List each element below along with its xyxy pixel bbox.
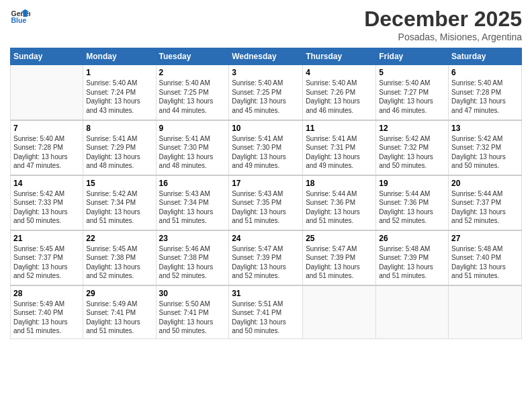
day-info: Sunrise: 5:40 AM Sunset: 7:24 PM Dayligh… xyxy=(86,79,152,115)
day-number: 26 xyxy=(379,234,445,243)
day-info: Sunrise: 5:43 AM Sunset: 7:34 PM Dayligh… xyxy=(159,189,226,226)
calendar-cell: 16Sunrise: 5:43 AM Sunset: 7:34 PM Dayli… xyxy=(156,175,229,230)
day-info: Sunrise: 5:40 AM Sunset: 7:26 PM Dayligh… xyxy=(306,79,373,115)
week-row-1: 1Sunrise: 5:40 AM Sunset: 7:24 PM Daylig… xyxy=(11,65,522,120)
calendar-cell xyxy=(303,285,376,339)
calendar-cell: 6Sunrise: 5:40 AM Sunset: 7:28 PM Daylig… xyxy=(449,65,522,120)
day-number: 5 xyxy=(379,68,445,77)
col-header-monday: Monday xyxy=(83,48,156,65)
calendar-cell: 28Sunrise: 5:49 AM Sunset: 7:40 PM Dayli… xyxy=(11,285,83,339)
calendar-cell: 20Sunrise: 5:44 AM Sunset: 7:37 PM Dayli… xyxy=(449,175,522,230)
week-row-5: 28Sunrise: 5:49 AM Sunset: 7:40 PM Dayli… xyxy=(11,285,522,339)
calendar-cell: 24Sunrise: 5:47 AM Sunset: 7:39 PM Dayli… xyxy=(229,230,303,285)
col-header-tuesday: Tuesday xyxy=(156,48,229,65)
day-number: 19 xyxy=(379,179,445,188)
calendar-cell: 8Sunrise: 5:41 AM Sunset: 7:29 PM Daylig… xyxy=(83,120,156,175)
page-title: December 2025 xyxy=(364,7,522,32)
day-number: 27 xyxy=(451,234,519,243)
calendar-cell: 2Sunrise: 5:40 AM Sunset: 7:25 PM Daylig… xyxy=(156,65,229,120)
day-number: 10 xyxy=(232,124,300,133)
calendar-cell: 14Sunrise: 5:42 AM Sunset: 7:33 PM Dayli… xyxy=(11,175,83,230)
calendar-cell: 7Sunrise: 5:40 AM Sunset: 7:28 PM Daylig… xyxy=(11,120,83,175)
calendar-cell: 26Sunrise: 5:48 AM Sunset: 7:39 PM Dayli… xyxy=(376,230,449,285)
day-info: Sunrise: 5:48 AM Sunset: 7:40 PM Dayligh… xyxy=(451,244,519,281)
day-number: 8 xyxy=(86,124,152,133)
day-number: 16 xyxy=(159,179,226,188)
calendar-cell: 22Sunrise: 5:45 AM Sunset: 7:38 PM Dayli… xyxy=(83,230,156,285)
calendar-cell: 11Sunrise: 5:41 AM Sunset: 7:31 PM Dayli… xyxy=(303,120,376,175)
calendar-cell: 31Sunrise: 5:51 AM Sunset: 7:41 PM Dayli… xyxy=(229,285,303,339)
day-info: Sunrise: 5:42 AM Sunset: 7:32 PM Dayligh… xyxy=(451,134,519,171)
calendar-cell: 23Sunrise: 5:46 AM Sunset: 7:38 PM Dayli… xyxy=(156,230,229,285)
day-number: 28 xyxy=(13,289,80,298)
day-number: 20 xyxy=(451,179,519,188)
day-info: Sunrise: 5:45 AM Sunset: 7:38 PM Dayligh… xyxy=(86,244,152,281)
page-subtitle: Posadas, Misiones, Argentina xyxy=(364,32,522,42)
calendar-cell xyxy=(449,285,522,339)
day-number: 30 xyxy=(159,289,226,298)
calendar-cell: 27Sunrise: 5:48 AM Sunset: 7:40 PM Dayli… xyxy=(449,230,522,285)
day-info: Sunrise: 5:43 AM Sunset: 7:35 PM Dayligh… xyxy=(232,189,300,226)
day-number: 24 xyxy=(232,234,300,243)
day-number: 6 xyxy=(451,68,519,77)
svg-text:Blue: Blue xyxy=(11,16,27,24)
logo-icon: General Blue xyxy=(10,7,30,27)
page-container: General Blue December 2025 Posadas, Misi… xyxy=(0,0,532,411)
day-number: 3 xyxy=(232,68,300,77)
calendar-cell: 29Sunrise: 5:49 AM Sunset: 7:41 PM Dayli… xyxy=(83,285,156,339)
title-block: December 2025 Posadas, Misiones, Argenti… xyxy=(364,7,522,42)
calendar-cell: 4Sunrise: 5:40 AM Sunset: 7:26 PM Daylig… xyxy=(303,65,376,120)
calendar-cell: 10Sunrise: 5:41 AM Sunset: 7:30 PM Dayli… xyxy=(229,120,303,175)
day-number: 12 xyxy=(379,124,445,133)
col-header-saturday: Saturday xyxy=(449,48,522,65)
day-info: Sunrise: 5:44 AM Sunset: 7:36 PM Dayligh… xyxy=(379,189,445,226)
day-info: Sunrise: 5:42 AM Sunset: 7:33 PM Dayligh… xyxy=(13,189,80,226)
day-info: Sunrise: 5:41 AM Sunset: 7:31 PM Dayligh… xyxy=(306,134,373,171)
col-header-thursday: Thursday xyxy=(303,48,376,65)
calendar-header-row: SundayMondayTuesdayWednesdayThursdayFrid… xyxy=(11,48,522,65)
day-number: 11 xyxy=(306,124,373,133)
day-number: 23 xyxy=(159,234,226,243)
day-number: 7 xyxy=(13,124,80,133)
calendar-cell: 21Sunrise: 5:45 AM Sunset: 7:37 PM Dayli… xyxy=(11,230,83,285)
day-info: Sunrise: 5:40 AM Sunset: 7:27 PM Dayligh… xyxy=(379,79,445,115)
day-info: Sunrise: 5:50 AM Sunset: 7:41 PM Dayligh… xyxy=(159,300,226,336)
calendar-cell: 5Sunrise: 5:40 AM Sunset: 7:27 PM Daylig… xyxy=(376,65,449,120)
calendar-cell: 3Sunrise: 5:40 AM Sunset: 7:25 PM Daylig… xyxy=(229,65,303,120)
day-info: Sunrise: 5:40 AM Sunset: 7:25 PM Dayligh… xyxy=(232,79,300,115)
calendar-cell: 1Sunrise: 5:40 AM Sunset: 7:24 PM Daylig… xyxy=(83,65,156,120)
day-number: 9 xyxy=(159,124,226,133)
day-number: 31 xyxy=(232,289,300,298)
col-header-friday: Friday xyxy=(376,48,449,65)
week-row-3: 14Sunrise: 5:42 AM Sunset: 7:33 PM Dayli… xyxy=(11,175,522,230)
day-info: Sunrise: 5:42 AM Sunset: 7:32 PM Dayligh… xyxy=(379,134,445,171)
day-info: Sunrise: 5:44 AM Sunset: 7:37 PM Dayligh… xyxy=(451,189,519,226)
calendar-cell: 25Sunrise: 5:47 AM Sunset: 7:39 PM Dayli… xyxy=(303,230,376,285)
header: General Blue December 2025 Posadas, Misi… xyxy=(10,7,522,42)
calendar-cell: 18Sunrise: 5:44 AM Sunset: 7:36 PM Dayli… xyxy=(303,175,376,230)
day-number: 15 xyxy=(86,179,152,188)
calendar-cell xyxy=(11,65,83,120)
day-number: 2 xyxy=(159,68,226,77)
day-info: Sunrise: 5:47 AM Sunset: 7:39 PM Dayligh… xyxy=(306,244,373,281)
calendar-cell: 30Sunrise: 5:50 AM Sunset: 7:41 PM Dayli… xyxy=(156,285,229,339)
calendar-cell: 9Sunrise: 5:41 AM Sunset: 7:30 PM Daylig… xyxy=(156,120,229,175)
day-number: 1 xyxy=(86,68,152,77)
day-info: Sunrise: 5:42 AM Sunset: 7:34 PM Dayligh… xyxy=(86,189,152,226)
day-info: Sunrise: 5:44 AM Sunset: 7:36 PM Dayligh… xyxy=(306,189,373,226)
calendar-cell: 13Sunrise: 5:42 AM Sunset: 7:32 PM Dayli… xyxy=(449,120,522,175)
col-header-wednesday: Wednesday xyxy=(229,48,303,65)
week-row-2: 7Sunrise: 5:40 AM Sunset: 7:28 PM Daylig… xyxy=(11,120,522,175)
day-number: 25 xyxy=(306,234,373,243)
day-number: 13 xyxy=(451,124,519,133)
calendar-cell xyxy=(376,285,449,339)
day-number: 22 xyxy=(86,234,152,243)
day-info: Sunrise: 5:48 AM Sunset: 7:39 PM Dayligh… xyxy=(379,244,445,281)
calendar-cell: 19Sunrise: 5:44 AM Sunset: 7:36 PM Dayli… xyxy=(376,175,449,230)
day-number: 14 xyxy=(13,179,80,188)
day-info: Sunrise: 5:41 AM Sunset: 7:30 PM Dayligh… xyxy=(159,134,226,171)
day-info: Sunrise: 5:49 AM Sunset: 7:41 PM Dayligh… xyxy=(86,300,152,336)
day-info: Sunrise: 5:49 AM Sunset: 7:40 PM Dayligh… xyxy=(13,300,80,336)
col-header-sunday: Sunday xyxy=(11,48,83,65)
calendar-cell: 17Sunrise: 5:43 AM Sunset: 7:35 PM Dayli… xyxy=(229,175,303,230)
